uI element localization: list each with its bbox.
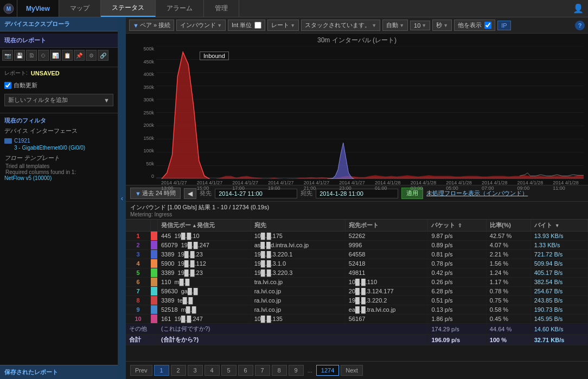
int-unit-checkbox[interactable] [254,22,261,29]
row-num: 4 [126,259,151,268]
show-other-btn[interactable]: 他を表示 [454,20,495,31]
add-filter-dropdown[interactable]: 新しいフィルタを追加 ▼ [4,94,113,106]
auto-btn[interactable]: 自動 ▼ [382,20,408,31]
tab-admin[interactable]: 管理 [204,0,239,17]
table-row: 7 59630 ga█.█ ra.lvi.co.jp 20█.█.3.124.1… [126,287,588,296]
row-color-cell [151,232,158,241]
tool-btn-9[interactable]: 🔗 [98,50,108,61]
auto-arrow: ▼ [399,23,404,28]
page-7-btn[interactable]: 7 [255,365,270,376]
row-packets: 0.51 p/s [428,296,486,305]
tool-btn-8[interactable]: ⚙ [86,50,97,61]
pair-connection-btn[interactable]: ▼ ペア » 接続 [129,20,174,31]
table-row: 4 5900 19█.█.112 19█.█.3.1.0 52418 0.78 … [126,259,588,268]
auto-update-checkbox[interactable] [4,82,11,89]
inbound-btn[interactable]: インバウンド ▼ [176,20,226,31]
tab-alarm[interactable]: アラーム [156,0,204,17]
row-num: 2 [126,241,151,250]
row-color-cell [151,278,158,287]
tool-btn-6[interactable]: 📋 [62,50,73,61]
data-table: 発信元ポー▲発信元 宛先 宛先ポート パケット ⇧ 比率(%) バイト ▼ 1 … [126,220,588,345]
show-other-checkbox[interactable] [484,22,491,29]
tab-status[interactable]: ステータス [101,0,156,17]
total-color [151,335,158,345]
table-row: 6 110 m█.█ tra.lvi.co.jp 10█.█.110 0.26 … [126,278,588,287]
page-last-btn[interactable]: 1274 [316,365,339,376]
row-dst-port: 19█.█.3.220.2 [345,296,428,305]
row-color-cell [151,296,158,305]
int-unit-btn[interactable]: Int 単位 [228,20,265,31]
row-ratio: 4.07 % [486,241,531,250]
th-ratio[interactable]: 比率(%) [486,220,531,232]
tool-btn-4[interactable]: ⏲ [38,50,49,61]
svg-marker-14 [327,143,354,179]
row-bytes: 243.85 B/s [531,296,587,305]
page-6-btn[interactable]: 6 [238,365,253,376]
tool-btn-3[interactable]: 🖻 [26,50,37,61]
stacked-btn[interactable]: スタックされています。 ▼ [301,20,380,31]
page-dots: ... [305,367,315,374]
data-table-wrapper: 発信元ポー▲発信元 宛先 宛先ポート パケット ⇧ 比率(%) バイト ▼ 1 … [126,220,588,361]
page-9-btn[interactable]: 9 [289,365,304,376]
th-num [126,220,151,232]
device-interface[interactable]: 3 - GigabitEthernet0/0 (Gi0/0) [4,145,113,151]
prev-page-btn[interactable]: Prev [130,365,152,376]
num-10-btn[interactable]: 10 ▼ [410,21,430,30]
total-label: 合計 [126,335,151,345]
user-icon[interactable]: 👤 [573,3,584,14]
dropdown-icon: ▼ [133,22,139,29]
row-bytes: 1.33 KB/s [531,241,587,250]
row-packets: 0.26 p/s [428,278,486,287]
dropdown-icon-time: ▼ [135,190,141,197]
row-ratio: 42.57 % [486,232,531,241]
row-ratio: 1.56 % [486,259,531,268]
row-packets: 0.13 p/s [428,305,486,314]
row-src: 110 m█.█ [158,278,251,287]
saved-reports[interactable]: 保存されたレポート [0,365,118,379]
th-packets[interactable]: パケット ⇧ [428,220,486,232]
tool-btn-7[interactable]: 📌 [74,50,85,61]
app-logo: M [0,0,17,17]
row-color-cell [151,268,158,278]
results-header: インバウンド [1.00 Gb/s] 結果 1 - 10 / 12734 (0.… [126,202,588,220]
table-row: 2 65079 19█.█.247 as█.█d.intra.lvi.co.jp… [126,241,588,250]
filter-section-title: 現在のフィルタ [4,117,113,125]
row-dst: tra.lvi.co.jp [251,278,345,287]
page-1-btn[interactable]: 1 [154,365,169,376]
flow-required: Required columns found in 1: [4,169,113,175]
tab-map[interactable]: マップ [59,0,101,17]
row-dst: ra.lvi.co.jp [251,305,345,314]
row-dst: 19█.█.3.220.3 [251,268,345,278]
seconds-btn[interactable]: 秒 ▼ [432,20,452,31]
tool-btn-5[interactable]: 📊 [50,50,61,61]
chart-x-labels: 2014 4/1/2713:00 2014 4/1/2715:00 2014 4… [130,180,584,191]
results-metering: Metering: Ingress [130,211,584,217]
page-3-btn[interactable]: 3 [188,365,203,376]
table-row: 3 3389 19█.█.23 19█.█.3.220.1 64558 0.81… [126,250,588,259]
tool-btn-1[interactable]: 📷 [2,50,13,61]
sidebar-collapse-btn[interactable]: ‹ [118,17,126,379]
page-2-btn[interactable]: 2 [171,365,186,376]
tool-btn-2[interactable]: 💾 [14,50,25,61]
row-bytes: 382.54 B/s [531,278,587,287]
row-packets: 1.86 p/s [428,314,486,324]
rate-btn[interactable]: レート ▼ [267,20,299,31]
row-dst: 10█.█.135 [251,314,345,324]
device-name[interactable]: C1921 [14,138,30,144]
next-page-btn[interactable]: Next [341,365,363,376]
th-src[interactable]: 発信元ポー▲発信元 [158,220,251,232]
svg-marker-13 [156,52,584,179]
th-dst-port[interactable]: 宛先ポート [345,220,428,232]
page-4-btn[interactable]: 4 [204,365,220,376]
row-num: 10 [126,314,151,324]
row-src: 5900 19█.█.112 [158,259,251,268]
page-5-btn[interactable]: 5 [221,365,237,376]
th-bytes[interactable]: バイト ▼ [531,220,587,232]
tab-myview[interactable]: MyView [17,0,59,17]
total-row: 合計 (合計をから?) 196.09 p/s 100 % 32.71 KB/s [126,335,588,345]
flow-link[interactable]: NetFlow v5 (10000) [4,175,113,181]
ip-btn[interactable]: IP [497,21,510,30]
th-dst[interactable]: 宛先 [251,220,345,232]
help-btn[interactable]: ? [575,21,585,30]
page-8-btn[interactable]: 8 [272,365,287,376]
